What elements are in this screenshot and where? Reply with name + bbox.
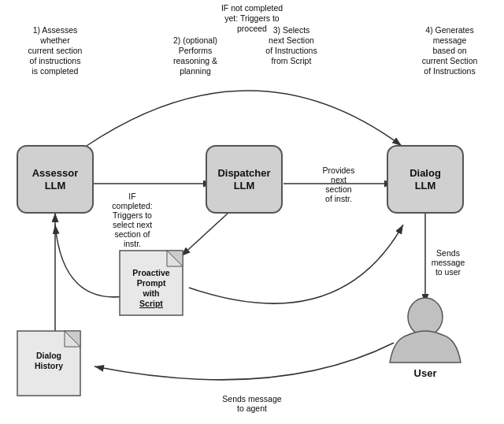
step2-annotation3: reasoning & [173,56,217,65]
user-label: User [414,367,437,379]
step2-annotation4: planning [180,66,211,76]
dispatcher-label: Dispatcher [217,167,270,179]
step4-annotation2: message [433,35,467,45]
step4-annotation4: current Section [422,56,478,65]
dispatcher-label2: LLM [234,180,255,192]
assessor-label: Assessor [32,167,79,179]
step3-annotation4: from Script [272,56,312,65]
script-label3: with [143,288,160,298]
script-label2: Prompt [137,278,166,288]
if-not-completed: IF not completed [221,3,283,13]
step1-annotation3: current section [28,46,83,55]
dialog-llm-label2: LLM [415,180,436,192]
not-completed-arc [87,91,402,146]
step1-annotation4: of instructions [30,56,81,65]
provides-next-label: Provides [323,166,355,175]
step2-annotation: 2) (optional) [173,35,217,45]
step1-annotation5: is completed [32,66,79,76]
sends-msg-agent-label: Sends message [222,394,281,404]
step1-annotation2: whether [39,35,70,45]
provides-next-label4: of instr. [325,194,352,203]
if-not-completed2: yet: Triggers to [224,13,280,23]
script-label: Proactive [132,268,169,277]
user-to-history-arrow [94,343,394,380]
history-label: Dialog [36,351,61,360]
if-completed-label5: section of [115,229,150,239]
if-not-completed3: proceed [237,24,267,33]
if-completed-label3: Triggers to [113,210,152,220]
script-to-dialog-arrow [189,225,403,303]
dispatcher-to-script-arrow [181,213,228,256]
step3-annotation: 3) Selects [273,25,310,35]
step4-annotation3: based on [432,46,466,55]
user-shoulders [390,331,461,363]
assessor-label2: LLM [45,180,66,192]
step3-annotation2: next Section [269,35,314,45]
user-head [408,298,443,336]
script-label4: Script [139,299,163,308]
sends-msg-agent-label2: to agent [237,404,267,413]
step1-annotation: 1) Assesses [33,25,78,35]
sends-msg-user-label: Sends [436,248,460,258]
dialog-llm-label: Dialog [410,167,441,179]
provides-next-label3: section [325,184,351,194]
if-completed-label2: completed: [112,201,152,210]
history-label2: History [35,361,63,370]
step4-annotation5: of Instructions [424,66,475,76]
if-completed-label4: select next [113,220,152,229]
sends-msg-user-label3: to user [435,267,461,277]
provides-next-label2: next [331,175,346,184]
step4-annotation: 4) Generates [425,25,473,35]
sends-msg-user-label2: message [432,258,465,267]
step3-annotation3: of Instructions [265,46,317,55]
if-completed-label: IF [128,192,135,201]
step2-annotation2: Performs [179,46,213,55]
if-completed-label6: instr. [124,239,141,248]
